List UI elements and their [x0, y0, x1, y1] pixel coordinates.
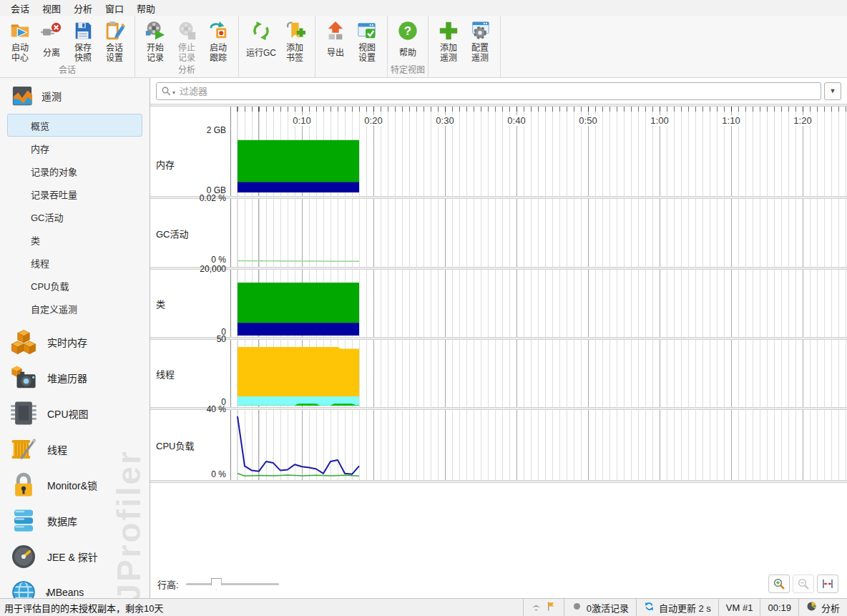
- svg-text:?: ?: [404, 24, 411, 38]
- telemetry-chart: [231, 340, 847, 407]
- zoom-out-button[interactable]: [793, 575, 814, 593]
- menu-item[interactable]: 会话: [4, 0, 36, 16]
- sidebar-section-telemetries[interactable]: 遥测: [0, 78, 150, 112]
- telemetry-row[interactable]: 内存2 GB0 GB: [150, 131, 847, 196]
- telemetry-row-plot[interactable]: [230, 410, 847, 480]
- sidebar-item[interactable]: JEE & 探针: [0, 539, 150, 575]
- sidebar: 遥测概览内存记录的对象记录吞吐量GC活动类线程CPU负载自定义遥测实时内存堆遍历…: [0, 78, 150, 598]
- sidebar-sub-item[interactable]: 记录吞吐量: [7, 182, 142, 205]
- toolbar-button[interactable]: 分离: [36, 18, 67, 65]
- telemetry-row-plot[interactable]: [230, 340, 847, 407]
- add-telemetry-icon: [438, 20, 459, 41]
- sidebar-section-label: 遥测: [41, 89, 62, 103]
- sidebar-sub-item[interactable]: 线程: [7, 251, 142, 274]
- toolbar-button[interactable]: 保存 快照: [67, 18, 99, 65]
- telemetry-row[interactable]: CPU负载40 %0 %: [150, 410, 847, 480]
- telemetry-row[interactable]: GC活动0.02 %0 %: [150, 199, 847, 267]
- time-axis-label: 0:20: [362, 115, 384, 126]
- fit-width-button[interactable]: [817, 575, 838, 593]
- detach-icon: [41, 20, 62, 41]
- toolbar-button-label: 开始 记录: [147, 41, 164, 64]
- sidebar-sub-item[interactable]: 概览: [7, 114, 142, 137]
- toolbar-button[interactable]: 配置 遥测: [464, 18, 496, 65]
- time-axis-label: 1:00: [648, 115, 670, 126]
- toolbar-button[interactable]: 添加 书签: [279, 18, 310, 65]
- filter-box[interactable]: ▾: [156, 82, 821, 100]
- toolbar-button[interactable]: 导出: [320, 18, 351, 65]
- time-axis-label: 0:40: [505, 115, 527, 126]
- toolbar-group-label: 特定视图: [389, 65, 426, 77]
- sidebar-sub-item[interactable]: GC活动: [7, 205, 142, 228]
- status-cell[interactable]: 自动更新 2 s: [636, 599, 718, 616]
- filter-dropdown-button[interactable]: ▼: [824, 82, 841, 100]
- filter-input[interactable]: [180, 86, 816, 97]
- telemetry-chart: [231, 410, 847, 480]
- toolbar-button[interactable]: 会话 设置: [99, 18, 130, 65]
- sidebar-item[interactable]: 堆遍历器: [0, 360, 150, 396]
- status-cell[interactable]: VM #1: [718, 599, 760, 616]
- telemetry-chart: [231, 131, 847, 196]
- status-cell[interactable]: 00:19: [760, 599, 798, 616]
- toolbar-button[interactable]: 启动 中心: [4, 18, 36, 65]
- toolbar-button[interactable]: 启动 跟踪: [202, 18, 234, 65]
- save-snapshot-icon: [72, 20, 94, 41]
- menu-item[interactable]: 窗口: [99, 0, 130, 16]
- fit-width-icon: [821, 577, 834, 590]
- sidebar-sub-item[interactable]: CPU负载: [7, 274, 142, 297]
- time-axis-label: 1:20: [791, 115, 813, 126]
- sidebar-item[interactable]: 实时内存: [0, 324, 150, 360]
- zoom-in-button[interactable]: [768, 575, 790, 593]
- status-cell-text: 分析: [821, 601, 840, 615]
- menu-item[interactable]: 视图: [36, 0, 67, 16]
- sidebar-item[interactable]: CPU视图: [0, 396, 150, 431]
- sidebar-sub-item[interactable]: 类: [7, 228, 142, 251]
- sidebar-sub-item[interactable]: 记录的对象: [7, 160, 142, 182]
- flag-icon: [546, 601, 557, 614]
- row-height-label: 行高:: [157, 577, 179, 591]
- toolbar-button[interactable]: 添加 遥测: [433, 18, 464, 65]
- sidebar-sub-item[interactable]: 内存: [7, 137, 142, 160]
- status-cell[interactable]: 0激活记录: [564, 599, 636, 616]
- menu-item[interactable]: 帮助: [130, 0, 162, 16]
- toolbar-button[interactable]: 运行GC: [243, 18, 279, 65]
- telemetry-row-name: 类: [156, 297, 165, 311]
- session-settings-icon: [104, 20, 125, 41]
- telemetry-row-plot[interactable]: [230, 199, 847, 267]
- telemetry-row-max-value: 40 %: [207, 404, 226, 414]
- menu-item[interactable]: 分析: [67, 0, 99, 16]
- telemetry-row[interactable]: 线程500: [150, 340, 847, 407]
- toolbar-button[interactable]: 视图 设置: [351, 18, 383, 65]
- telemetry-row-name: GC活动: [156, 226, 189, 240]
- telemetry-row-plot[interactable]: [230, 270, 847, 337]
- status-cell-text: VM #1: [726, 602, 753, 613]
- status-cell[interactable]: 分析: [798, 599, 847, 616]
- sidebar-item[interactable]: MBeans: [0, 575, 150, 598]
- toolbar-group: 添加 遥测配置 遥测: [429, 16, 501, 77]
- sidebar-item[interactable]: Monitor&锁: [0, 467, 150, 503]
- search-options-caret-icon[interactable]: ▾: [172, 89, 175, 96]
- row-height-slider[interactable]: [186, 577, 279, 590]
- toolbar-group: ?帮助特定视图: [388, 16, 429, 77]
- toolbar-button[interactable]: 开始 记录: [139, 18, 171, 65]
- chevron-down-icon: ▼: [830, 87, 836, 94]
- slider-thumb[interactable]: [211, 578, 222, 590]
- toolbar-button[interactable]: ?帮助: [392, 18, 424, 65]
- telemetry-row[interactable]: 类20,0000: [150, 270, 847, 337]
- status-bar: 用于评估目的的未授权副本，剩余10天 0激活记录自动更新 2 sVM #100:…: [0, 598, 847, 616]
- toolbar-group: 开始 记录停止 记录启动 跟踪分析: [135, 16, 239, 77]
- zoom-out-icon: [797, 577, 810, 590]
- toolbar-button-label: 停止 记录: [178, 41, 195, 64]
- time-axis-plot: 0:100:200:300:400:501:001:101:20: [230, 107, 847, 131]
- license-status-text: 用于评估目的的未授权副本，剩余10天: [0, 599, 523, 616]
- sidebar-item[interactable]: 线程: [0, 431, 150, 467]
- telemetry-row-plot[interactable]: [230, 131, 847, 196]
- record-circle-icon: [572, 601, 582, 614]
- plane-icon: [531, 601, 542, 614]
- sidebar-item[interactable]: 数据库: [0, 503, 150, 539]
- status-cell[interactable]: [523, 599, 564, 616]
- toolbar-button-label: 导出: [327, 41, 344, 64]
- refresh-icon: [644, 601, 655, 614]
- slider-track: [186, 583, 279, 585]
- time-axis-label: 0:10: [290, 115, 313, 126]
- sidebar-sub-item[interactable]: 自定义遥测: [7, 297, 142, 320]
